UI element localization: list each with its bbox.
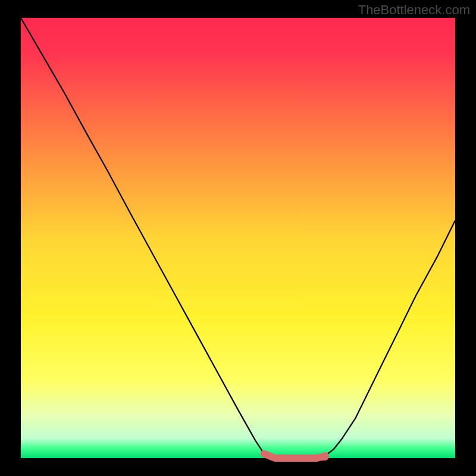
- marker-dot: [321, 452, 329, 461]
- bottleneck-chart: [0, 0, 476, 476]
- gradient-background: [21, 18, 455, 458]
- chart-container: TheBottleneck.com: [0, 0, 476, 476]
- watermark-text: TheBottleneck.com: [358, 2, 470, 18]
